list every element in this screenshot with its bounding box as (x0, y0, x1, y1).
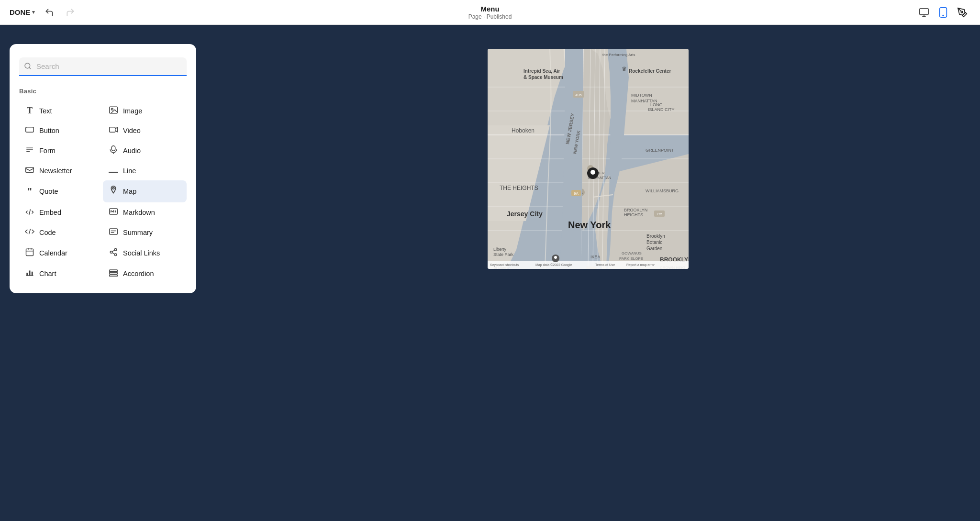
line-icon (109, 166, 118, 175)
mobile-icon (939, 7, 947, 18)
search-icon (24, 62, 32, 72)
search-container (19, 57, 187, 76)
svg-text:9A: 9A (574, 191, 579, 196)
svg-line-25 (29, 229, 30, 234)
svg-rect-40 (29, 271, 31, 276)
social-links-icon (109, 248, 118, 258)
svg-text:PARK SLOPE: PARK SLOPE (619, 256, 643, 261)
newsletter-label: Newsletter (39, 167, 72, 175)
svg-line-20 (29, 210, 31, 215)
sidebar-item-text[interactable]: T Text (19, 100, 103, 121)
sidebar-item-chart[interactable]: Chart (19, 264, 103, 284)
audio-icon (109, 145, 118, 156)
sidebar-item-code[interactable]: Code (19, 222, 103, 243)
sidebar-item-quote[interactable]: " Quote (19, 180, 103, 202)
desktop-view-button[interactable] (916, 4, 932, 21)
sidebar-item-video[interactable]: Video (103, 121, 187, 140)
redo-button[interactable] (64, 6, 77, 19)
sidebar-item-line[interactable]: Line (103, 161, 187, 180)
svg-text:the Performing Arts: the Performing Arts (602, 53, 635, 57)
accordion-icon (109, 269, 118, 278)
sidebar-item-button[interactable]: Button (19, 121, 103, 140)
svg-rect-11 (110, 127, 115, 133)
sidebar-item-accordion[interactable]: Accordion (103, 264, 187, 284)
svg-text:State Park: State Park (493, 252, 514, 257)
svg-rect-8 (110, 107, 118, 113)
svg-text:Map data ©2022 Google: Map data ©2022 Google (535, 263, 572, 267)
code-label: Code (39, 229, 56, 236)
map-label: Map (123, 188, 136, 195)
sidebar-item-calendar[interactable]: Calendar (19, 243, 103, 264)
undo-button[interactable] (43, 6, 56, 19)
image-label: Image (123, 107, 142, 115)
sidebar-item-markdown[interactable]: Markdown (103, 202, 187, 222)
svg-text:THE HEIGHTS: THE HEIGHTS (500, 185, 538, 191)
svg-point-33 (114, 249, 117, 251)
done-label: DONE (10, 8, 30, 16)
map-icon (109, 186, 118, 197)
svg-text:775: 775 (657, 212, 662, 216)
svg-rect-15 (111, 146, 115, 151)
svg-point-19 (112, 188, 114, 189)
button-label: Button (39, 127, 59, 134)
code-icon (25, 228, 34, 237)
svg-text:BROOKLYN: BROOKLYN (624, 208, 647, 212)
svg-rect-44 (110, 275, 118, 277)
embed-icon (25, 208, 34, 217)
svg-rect-39 (26, 273, 28, 276)
svg-rect-42 (110, 270, 118, 272)
search-input[interactable] (19, 57, 187, 76)
svg-point-118 (554, 256, 557, 259)
svg-text:Botanic: Botanic (646, 240, 662, 245)
sidebar-item-form[interactable]: Form (19, 140, 103, 161)
svg-text:New York: New York (568, 220, 611, 230)
svg-text:Intrepid Sea, Air: Intrepid Sea, Air (523, 68, 560, 74)
svg-text:IKEA: IKEA (590, 255, 601, 259)
mobile-view-button[interactable] (936, 4, 950, 21)
svg-rect-0 (920, 8, 928, 14)
svg-text:♛: ♛ (622, 66, 627, 72)
map-area: 9A 78 Intrepid Sea, Air & Space Museum R… (206, 44, 970, 511)
map-svg: 9A 78 Intrepid Sea, Air & Space Museum R… (488, 49, 689, 269)
pen-icon (957, 7, 968, 18)
markdown-icon (109, 208, 118, 217)
svg-text:& Space Museum: & Space Museum (523, 75, 563, 80)
svg-text:Liberty: Liberty (493, 247, 507, 252)
sidebar-item-image[interactable]: Image (103, 100, 187, 121)
svg-rect-10 (26, 127, 34, 133)
svg-text:Terms of Use: Terms of Use (595, 263, 615, 266)
svg-text:HEIGHTS: HEIGHTS (624, 212, 643, 217)
accordion-label: Accordion (123, 270, 154, 277)
svg-rect-41 (32, 272, 33, 276)
topbar-center: Menu Page · Published (468, 5, 512, 20)
newsletter-icon (25, 166, 34, 175)
done-chevron-icon: ▾ (32, 9, 35, 15)
pen-tool-button[interactable] (954, 4, 970, 21)
page-title: Menu (468, 5, 512, 13)
main-content: Basic T Text Image Button (0, 25, 980, 521)
svg-text:Rockefeller Center: Rockefeller Center (629, 68, 671, 74)
sidebar-item-social-links[interactable]: Social Links (103, 243, 187, 264)
svg-text:GREENPOINT: GREENPOINT (646, 148, 674, 153)
sidebar-panel: Basic T Text Image Button (10, 44, 196, 293)
sidebar-item-map[interactable]: Map (103, 180, 187, 202)
sidebar-item-audio[interactable]: Audio (103, 140, 187, 161)
svg-point-35 (114, 254, 117, 256)
topbar-right (916, 4, 970, 21)
page-subtitle: Page · Published (468, 13, 512, 20)
svg-text:ISLAND CITY: ISLAND CITY (648, 107, 675, 112)
text-label: Text (39, 107, 52, 115)
items-grid: T Text Image Button (19, 100, 187, 284)
svg-point-5 (961, 11, 963, 13)
embed-label: Embed (39, 209, 61, 216)
svg-point-34 (110, 251, 112, 254)
done-button[interactable]: DONE ▾ (10, 8, 35, 16)
desktop-icon (919, 7, 929, 18)
sidebar-item-summary[interactable]: Summary (103, 222, 187, 243)
svg-rect-26 (110, 229, 118, 234)
svg-text:Brooklyn: Brooklyn (646, 233, 665, 239)
sidebar-item-embed[interactable]: Embed (19, 202, 103, 222)
sidebar-item-newsletter[interactable]: Newsletter (19, 161, 103, 180)
button-icon (25, 126, 34, 135)
image-icon (109, 106, 118, 116)
